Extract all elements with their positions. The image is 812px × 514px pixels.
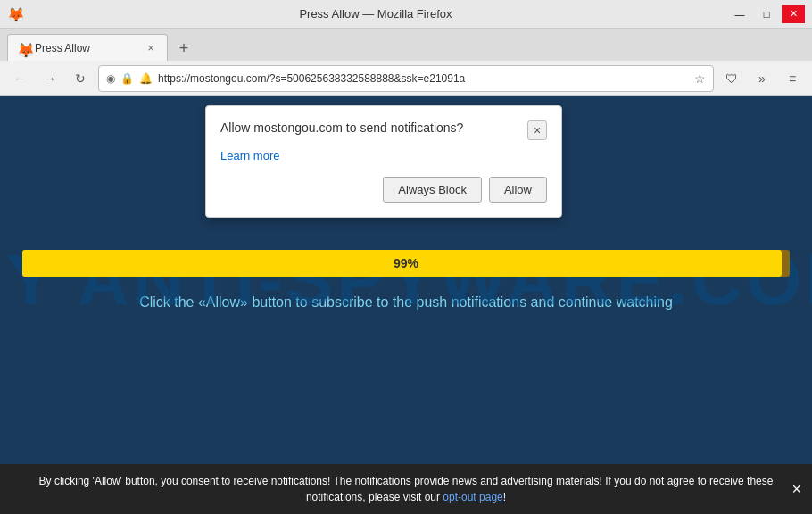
shield-toolbar-button[interactable]: 🛡 — [719, 66, 744, 91]
tab-label: Press Allow — [35, 42, 138, 54]
notification-dialog: Allow mostongou.com to send notification… — [205, 105, 562, 218]
active-tab[interactable]: 🦊 Press Allow × — [7, 34, 168, 61]
forward-button[interactable]: → — [37, 66, 62, 91]
banner-text-end: ! — [503, 491, 506, 503]
progress-text: 99% — [394, 256, 418, 270]
close-button[interactable]: ✕ — [782, 5, 805, 23]
dialog-close-button[interactable]: × — [527, 120, 547, 140]
back-button[interactable]: ← — [7, 66, 32, 91]
tab-favicon-icon: 🦊 — [17, 42, 29, 54]
window-title: Press Allow — Mozilla Firefox — [23, 7, 728, 21]
lock-icon: 🔒 — [120, 72, 134, 85]
new-tab-button[interactable]: + — [171, 36, 196, 61]
learn-more-link[interactable]: Learn more — [220, 149, 547, 162]
reload-button[interactable]: ↻ — [68, 66, 93, 91]
navigation-bar: ← → ↻ ◉ 🔒 🔔 https://mostongou.com/?s=500… — [0, 61, 812, 96]
browser-window: 🦊 Press Allow — Mozilla Firefox — □ ✕ 🦊 … — [0, 0, 812, 514]
page-message-text: Click the «Allow» button to subscribe to… — [139, 294, 673, 310]
allow-button[interactable]: Allow — [489, 177, 547, 203]
bottom-banner: By clicking 'Allow' button, you consent … — [0, 464, 812, 514]
title-bar-left: 🦊 — [7, 6, 23, 22]
dialog-header: Allow mostongou.com to send notification… — [220, 120, 547, 140]
address-bar-container[interactable]: ◉ 🔒 🔔 https://mostongou.com/?s=500625638… — [98, 65, 714, 92]
tab-close-button[interactable]: × — [144, 41, 158, 55]
notification-icon: 🔔 — [139, 72, 153, 85]
firefox-logo-icon: 🦊 — [7, 6, 23, 22]
window-title-text: Press Allow — Mozilla Firefox — [299, 7, 452, 21]
minimize-button[interactable]: — — [728, 5, 751, 23]
window-controls: — □ ✕ — [728, 5, 805, 23]
banner-text: By clicking 'Allow' button, you consent … — [39, 475, 774, 503]
always-block-button[interactable]: Always Block — [383, 177, 482, 203]
menu-button[interactable]: ≡ — [780, 66, 805, 91]
bookmark-star-icon[interactable]: ☆ — [694, 71, 706, 86]
banner-close-button[interactable]: × — [791, 480, 801, 499]
progress-bar-container: 99% — [22, 250, 790, 277]
dialog-title: Allow mostongou.com to send notification… — [220, 120, 463, 135]
url-text: https://mostongou.com/?s=500625638332588… — [158, 72, 689, 85]
tab-bar: 🦊 Press Allow × + — [0, 29, 812, 61]
opt-out-link[interactable]: opt-out page — [443, 491, 502, 503]
page-message: Click the «Allow» button to subscribe to… — [121, 294, 691, 311]
overflow-button[interactable]: » — [750, 66, 775, 91]
page-info-icon[interactable]: ◉ — [106, 72, 115, 85]
page-content: MY ANTI-SPYWARE.COM Allow mostongou.com … — [0, 96, 812, 464]
title-bar: 🦊 Press Allow — Mozilla Firefox — □ ✕ — [0, 0, 812, 29]
dialog-buttons: Always Block Allow — [220, 177, 547, 203]
maximize-button[interactable]: □ — [755, 5, 778, 23]
